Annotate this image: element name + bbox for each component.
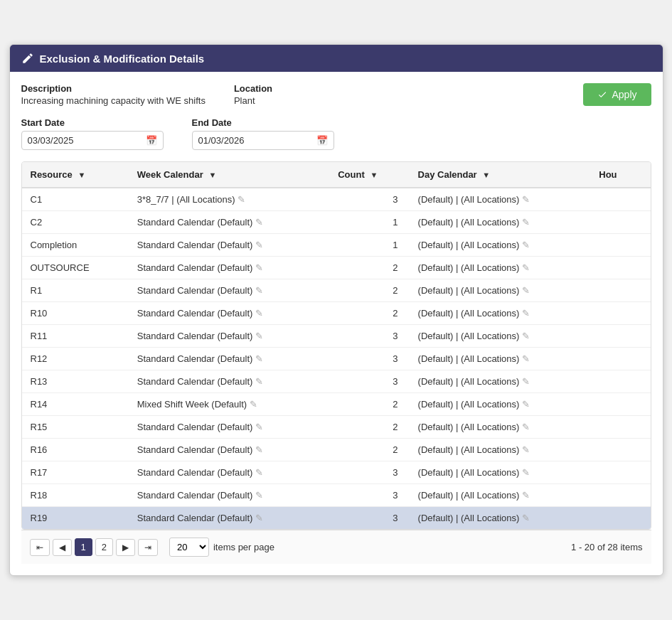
cell-resource: R17 bbox=[22, 461, 129, 484]
week-calendar-edit-icon[interactable]: ✎ bbox=[255, 376, 263, 387]
week-calendar-edit-icon[interactable]: ✎ bbox=[255, 513, 263, 523]
week-calendar-edit-icon[interactable]: ✎ bbox=[255, 285, 263, 296]
cell-hou bbox=[590, 416, 650, 439]
day-calendar-edit-icon[interactable]: ✎ bbox=[522, 262, 530, 273]
cell-resource: R12 bbox=[22, 348, 129, 370]
table-row: R14 Mixed Shift Week (Default) ✎ 2 (Defa… bbox=[22, 393, 651, 416]
cell-day-calendar: (Default) | (All Locations) ✎ bbox=[410, 461, 591, 484]
cell-week-calendar: Standard Calendar (Default) ✎ bbox=[129, 257, 329, 279]
cell-week-calendar: Standard Calendar (Default) ✎ bbox=[129, 507, 329, 530]
table-row: R12 Standard Calendar (Default) ✎ 3 (Def… bbox=[22, 348, 651, 370]
cell-day-calendar: (Default) | (All Locations) ✎ bbox=[410, 348, 591, 370]
cell-resource: R11 bbox=[22, 325, 129, 348]
week-calendar-edit-icon[interactable]: ✎ bbox=[255, 217, 263, 228]
day-calendar-filter-icon[interactable]: ▼ bbox=[482, 171, 490, 179]
day-calendar-edit-icon[interactable]: ✎ bbox=[522, 513, 530, 523]
cell-count: 2 bbox=[329, 302, 409, 325]
end-calendar-icon[interactable]: 📅 bbox=[316, 135, 328, 146]
location-label: Location bbox=[234, 83, 272, 94]
table-row: R19 Standard Calendar (Default) ✎ 3 (Def… bbox=[22, 507, 651, 530]
cell-day-calendar: (Default) | (All Locations) ✎ bbox=[410, 211, 591, 234]
description-label: Description bbox=[21, 83, 206, 94]
day-calendar-edit-icon[interactable]: ✎ bbox=[522, 240, 530, 250]
next-page-button[interactable]: ▶ bbox=[116, 539, 135, 556]
cell-day-calendar: (Default) | (All Locations) ✎ bbox=[410, 257, 591, 279]
day-calendar-edit-icon[interactable]: ✎ bbox=[522, 331, 530, 341]
cell-day-calendar: (Default) | (All Locations) ✎ bbox=[410, 439, 591, 461]
week-calendar-filter-icon[interactable]: ▼ bbox=[208, 171, 216, 179]
table-row: R16 Standard Calendar (Default) ✎ 2 (Def… bbox=[22, 439, 651, 461]
day-calendar-edit-icon[interactable]: ✎ bbox=[522, 422, 530, 432]
cell-day-calendar: (Default) | (All Locations) ✎ bbox=[410, 234, 591, 257]
th-count: Count ▼ bbox=[329, 162, 409, 188]
prev-page-button[interactable]: ◀ bbox=[53, 539, 72, 556]
cell-week-calendar: Standard Calendar (Default) ✎ bbox=[129, 234, 329, 257]
cell-hou bbox=[590, 188, 650, 211]
cell-hou bbox=[590, 348, 650, 370]
dates-section: Start Date 03/03/2025 📅 End Date 01/03/2… bbox=[21, 117, 651, 150]
week-calendar-edit-icon[interactable]: ✎ bbox=[238, 194, 245, 205]
cell-resource: R19 bbox=[22, 507, 129, 530]
count-filter-icon[interactable]: ▼ bbox=[370, 171, 378, 179]
cell-week-calendar: Mixed Shift Week (Default) ✎ bbox=[129, 393, 329, 416]
cell-week-calendar: Standard Calendar (Default) ✎ bbox=[129, 302, 329, 325]
items-per-page-select[interactable]: 10 20 50 100 bbox=[169, 538, 209, 557]
cell-count: 3 bbox=[329, 188, 409, 211]
week-calendar-edit-icon[interactable]: ✎ bbox=[250, 399, 257, 410]
cell-count: 2 bbox=[329, 257, 409, 279]
week-calendar-edit-icon[interactable]: ✎ bbox=[255, 422, 263, 432]
resource-filter-icon[interactable]: ▼ bbox=[78, 171, 85, 179]
week-calendar-edit-icon[interactable]: ✎ bbox=[255, 444, 263, 455]
cell-count: 3 bbox=[329, 370, 409, 393]
apply-button[interactable]: Apply bbox=[583, 83, 651, 106]
start-date-group: Start Date 03/03/2025 📅 bbox=[21, 117, 164, 150]
week-calendar-edit-icon[interactable]: ✎ bbox=[255, 240, 263, 250]
pagination-range: 1 - 20 of 28 items bbox=[571, 542, 642, 552]
day-calendar-edit-icon[interactable]: ✎ bbox=[522, 308, 530, 319]
start-date-value: 03/03/2025 bbox=[28, 135, 74, 146]
cell-count: 2 bbox=[329, 279, 409, 302]
table-row: R18 Standard Calendar (Default) ✎ 3 (Def… bbox=[22, 484, 651, 507]
week-calendar-edit-icon[interactable]: ✎ bbox=[255, 262, 263, 273]
cell-resource: R10 bbox=[22, 302, 129, 325]
week-calendar-edit-icon[interactable]: ✎ bbox=[255, 490, 263, 501]
page-2-button[interactable]: 2 bbox=[95, 538, 113, 556]
table-row: Completion Standard Calendar (Default) ✎… bbox=[22, 234, 651, 257]
end-date-label: End Date bbox=[192, 117, 334, 128]
day-calendar-edit-icon[interactable]: ✎ bbox=[522, 353, 530, 364]
day-calendar-edit-icon[interactable]: ✎ bbox=[522, 376, 530, 387]
description-value: Increasing machining capacity with WE sh… bbox=[21, 95, 206, 106]
cell-hou bbox=[590, 507, 650, 530]
first-page-button[interactable]: ⇤ bbox=[30, 539, 50, 556]
cell-day-calendar: (Default) | (All Locations) ✎ bbox=[410, 484, 591, 507]
cell-hou bbox=[590, 461, 650, 484]
table-row: C2 Standard Calendar (Default) ✎ 1 (Defa… bbox=[22, 211, 651, 234]
cell-week-calendar: Standard Calendar (Default) ✎ bbox=[129, 439, 329, 461]
start-calendar-icon[interactable]: 📅 bbox=[146, 135, 157, 146]
day-calendar-edit-icon[interactable]: ✎ bbox=[522, 217, 530, 228]
day-calendar-edit-icon[interactable]: ✎ bbox=[522, 194, 530, 205]
cell-resource: OUTSOURCE bbox=[22, 257, 129, 279]
cell-hou bbox=[590, 257, 650, 279]
last-page-button[interactable]: ⇥ bbox=[138, 539, 158, 556]
day-calendar-edit-icon[interactable]: ✎ bbox=[522, 467, 530, 478]
week-calendar-edit-icon[interactable]: ✎ bbox=[255, 353, 263, 364]
day-calendar-edit-icon[interactable]: ✎ bbox=[522, 444, 530, 455]
start-date-input[interactable]: 03/03/2025 📅 bbox=[21, 131, 164, 150]
cell-hou bbox=[590, 325, 650, 348]
week-calendar-edit-icon[interactable]: ✎ bbox=[255, 308, 263, 319]
week-calendar-edit-icon[interactable]: ✎ bbox=[255, 467, 263, 478]
cell-hou bbox=[590, 370, 650, 393]
page-1-button[interactable]: 1 bbox=[75, 538, 92, 556]
cell-hou bbox=[590, 393, 650, 416]
day-calendar-edit-icon[interactable]: ✎ bbox=[522, 490, 530, 501]
end-date-input[interactable]: 01/03/2026 📅 bbox=[192, 131, 334, 150]
day-calendar-edit-icon[interactable]: ✎ bbox=[522, 285, 530, 296]
cell-resource: C1 bbox=[22, 188, 129, 211]
cell-week-calendar: Standard Calendar (Default) ✎ bbox=[129, 484, 329, 507]
week-calendar-edit-icon[interactable]: ✎ bbox=[255, 331, 263, 341]
cell-day-calendar: (Default) | (All Locations) ✎ bbox=[410, 188, 591, 211]
cell-week-calendar: Standard Calendar (Default) ✎ bbox=[129, 370, 329, 393]
pagination-controls: ⇤ ◀ 1 2 ▶ ⇥ 10 20 50 100 items per page bbox=[30, 538, 274, 557]
day-calendar-edit-icon[interactable]: ✎ bbox=[522, 399, 530, 410]
